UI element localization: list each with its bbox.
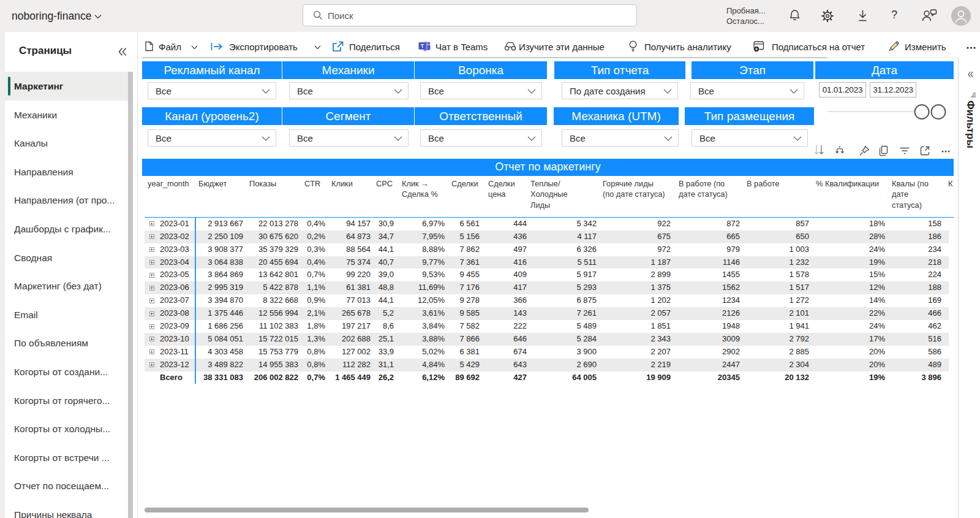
svg-text:T: T xyxy=(421,43,424,49)
